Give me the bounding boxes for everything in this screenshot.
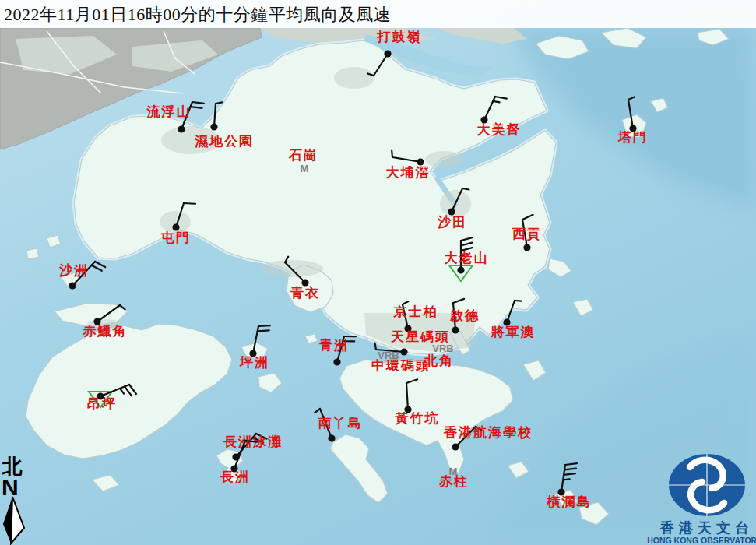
compass-north-letter: N (2, 474, 19, 500)
station-dot (452, 443, 459, 450)
station-label: 塔門 (617, 130, 648, 145)
station-label: 青衣 (290, 286, 320, 301)
station-dot (400, 348, 407, 355)
station-label: 大老山 (445, 251, 489, 265)
station-dot (178, 125, 185, 132)
wind-barb-half (392, 151, 392, 157)
station-label: 橫瀾島 (547, 494, 592, 509)
station-label: 黃竹坑 (395, 410, 440, 426)
station-label: 青洲 (319, 338, 349, 353)
hong-kong-map: 打鼓嶺流浮山濕地公園石崗M大美督塔門大埔滘沙田屯門西貢沙洲大老山青衣赤鱲角京士柏… (0, 0, 756, 545)
station-label: 坪洲 (239, 355, 269, 370)
hko-logo-chinese: 香港天文台 (659, 520, 754, 536)
wind-barb-half (563, 479, 569, 480)
station-status-vrb: VRB (378, 350, 399, 361)
station-status-vrb: VRB (432, 343, 453, 354)
station-label: 打鼓嶺 (377, 30, 422, 44)
title-bar: 2022年11月01日16時00分的十分鐘平均風向及風速 (0, 0, 756, 28)
wind-barb-full (184, 203, 195, 204)
wind-barb-half (515, 301, 521, 301)
hko-logo-english: HONG KONG OBSERVATORY (647, 536, 756, 545)
wind-barb-half (493, 101, 499, 102)
station-dot (333, 358, 340, 365)
station-label: 大埔滘 (386, 165, 431, 180)
station-dot (384, 50, 391, 57)
station-label: 北角 (424, 353, 454, 368)
station-label: 西貢 (512, 227, 542, 241)
station-label: 赤鱲角 (83, 324, 128, 339)
station-label: 屯門 (160, 230, 191, 245)
station-label: 石崗 (288, 148, 318, 163)
station-label: 長洲 (220, 469, 250, 484)
station-label: 京士柏 (393, 304, 438, 319)
wind-barb-half (374, 343, 376, 350)
station-label: 流浮山 (146, 104, 192, 119)
station-dot (457, 266, 464, 273)
station-status-m: M (301, 163, 309, 174)
wind-barb-full (258, 330, 269, 331)
station-status-m: M (449, 466, 458, 477)
station-label: 將軍澳 (491, 325, 536, 339)
station-dot (328, 434, 335, 441)
station-label: 啟德 (449, 308, 480, 323)
station-label: 香港航海學校 (443, 425, 533, 440)
station-label: 大美督 (477, 121, 522, 137)
wind-map-page: 打鼓嶺流浮山濕地公園石崗M大美督塔門大埔滘沙田屯門西貢沙洲大老山青衣赤鱲角京士柏… (0, 0, 756, 545)
station-dot (210, 123, 217, 130)
station-label: 沙洲 (58, 263, 89, 278)
station-label: 昂坪 (87, 396, 117, 411)
station-dot (452, 326, 459, 333)
station-label: 南丫島 (318, 416, 363, 431)
station-label: 沙田 (437, 215, 467, 230)
wind-barb-half (462, 188, 469, 189)
station-dot (523, 244, 530, 251)
station-label: 濕地公園 (194, 134, 254, 149)
station-dot (69, 282, 76, 289)
wind-barb-full (258, 325, 270, 326)
map-title: 2022年11月01日16時00分的十分鐘平均風向及風速 (4, 3, 391, 26)
